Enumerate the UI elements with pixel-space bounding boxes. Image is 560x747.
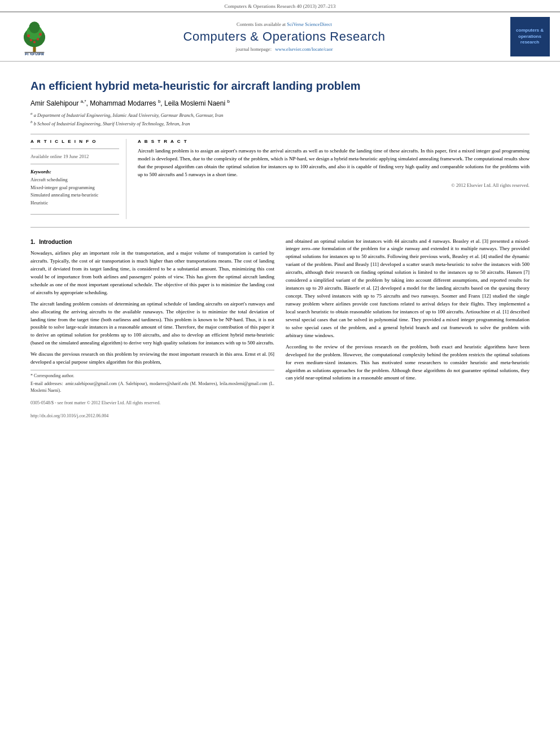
copyright-line: © 2012 Elsevier Ltd. All rights reserved… [138,182,530,188]
thumb-box: computers &operationsresearch [510,17,550,56]
affiliation-b: b b School of Industrial Engineering, Sh… [30,119,530,128]
available-date: Available online 19 June 2012 [30,154,119,159]
divider-end [30,214,119,215]
journal-thumbnail: computers &operationsresearch [509,17,551,56]
affiliation-a: a a Department of Industrial Engineering… [30,111,530,119]
footer-issn: 0305-0548/$ - see front matter © 2012 El… [30,400,274,407]
footnote-corresponding: * Corresponding author. [30,373,274,379]
svg-point-4 [27,34,30,37]
keyword-4: Heuristic [30,199,119,207]
right-para-1: and obtained an optimal solution for ins… [286,238,530,340]
sciverse-link[interactable]: SciVerse ScienceDirect [287,21,332,27]
section-title: Introduction [39,239,72,245]
abstract-section: A B S T R A C T Aircraft landing problem… [138,139,530,219]
journal-reference: Computers & Operations Research 40 (2013… [0,0,560,11]
svg-point-7 [37,38,39,40]
body-right-column: and obtained an optimal solution for ins… [286,238,530,420]
divider-keywords [30,164,119,164]
divider-info [30,148,119,149]
info-abstract-row: A R T I C L E I N F O Available online 1… [30,139,530,219]
body-left-column: 1. Introduction Nowadays, airlines play … [30,238,274,420]
homepage-line: journal homepage: www.elsevier.com/locat… [236,46,333,52]
intro-para-2: The aircraft landing problem consists of… [30,300,274,348]
body-section: 1. Introduction Nowadays, airlines play … [30,232,530,420]
emails-label: E-mail addresses: [30,381,63,386]
journal-ref-text: Computers & Operations Research 40 (2013… [225,3,336,9]
abstract-heading: A B S T R A C T [138,139,530,144]
section-number: 1. [30,239,35,245]
authors-line: Amir Salehipour a,*, Mohammad Modarres b… [30,99,530,107]
keyword-3: Simulated annealing meta-heuristic [30,191,119,199]
journal-title: Computers & Operations Research [183,29,386,44]
svg-point-5 [39,33,42,36]
thumb-title: computers &operationsresearch [516,28,544,45]
page: Computers & Operations Research 40 (2013… [0,0,560,747]
svg-point-3 [29,21,40,33]
right-para-2: According to the review of the previous … [286,343,530,383]
footer-doi: http://dx.doi.org/10.1016/j.cor.2012.06.… [30,413,274,420]
intro-para-1: Nowadays, airlines play an important rol… [30,250,274,297]
article-title: An efficient hybrid meta-heuristic for a… [30,78,530,93]
sciverse-prefix: Contents lists available at [237,21,286,27]
divider-1 [30,134,530,134]
main-content: An efficient hybrid meta-heuristic for a… [0,62,560,427]
journal-header-center: Contents lists available at SciVerse Sci… [65,17,503,56]
article-info-column: A R T I C L E I N F O Available online 1… [30,139,126,219]
sciverse-line: Contents lists available at SciVerse Sci… [237,21,332,27]
footnotes: * Corresponding author. E-mail addresses… [30,370,274,394]
intro-para-3: We discuss the previous research on this… [30,351,274,366]
elsevier-logo-svg: ELSEVIER [12,19,57,55]
abstract-text: Aircraft landing problem is to assign an… [138,147,530,179]
footnote-emails: E-mail addresses: amir.salehipour@gmail.… [30,381,274,394]
article-info-heading: A R T I C L E I N F O [30,139,119,144]
homepage-link[interactable]: www.elsevier.com/locate/caor [275,46,333,52]
homepage-prefix: journal homepage: [236,46,272,52]
keyword-2: Mixed-integer goal programming [30,184,119,192]
svg-point-8 [33,41,36,43]
keywords-label: Keywords: [30,169,119,174]
emails-text: amir.salehipour@gmail.com (A. Salehipour… [30,381,274,393]
elsevier-logo-area: ELSEVIER [9,17,60,56]
svg-point-6 [30,38,32,41]
keyword-1: Aircraft scheduling [30,176,119,184]
svg-text:ELSEVIER: ELSEVIER [25,52,44,55]
divider-body [30,227,530,228]
keywords-list: Aircraft scheduling Mixed-integer goal p… [30,176,119,207]
intro-heading: 1. Introduction [30,238,274,247]
affiliations: a a Department of Industrial Engineering… [30,111,530,127]
journal-header: ELSEVIER Contents lists available at Sci… [0,11,560,62]
